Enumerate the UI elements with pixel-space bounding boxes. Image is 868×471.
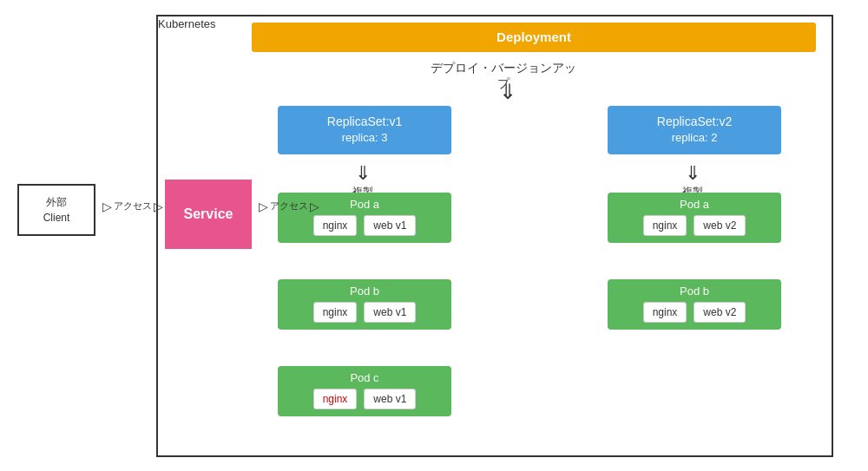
- pod-b-right-containers: nginx web v2: [643, 302, 746, 323]
- access-left-label: アクセス: [114, 200, 152, 213]
- chevron-right-1: ▷: [259, 200, 268, 213]
- pod-a-left-containers: nginx web v1: [313, 215, 417, 236]
- access-left: ▷ アクセス ▷: [102, 200, 163, 213]
- chevron-left-2: ▷: [154, 200, 163, 213]
- external-client-line2: Client: [43, 210, 70, 226]
- replicaset-v1-title: ReplicaSet:v1: [327, 114, 402, 131]
- kubernetes-label: Kubernetes: [158, 17, 216, 30]
- pod-a-right-web: web v2: [694, 215, 746, 236]
- down-arrow-right: ⇓: [682, 162, 703, 185]
- service-box: Service: [165, 180, 252, 249]
- pod-b-right-nginx: nginx: [643, 302, 687, 323]
- chevron-right-2: ▷: [310, 200, 319, 213]
- pod-a-right-containers: nginx web v2: [643, 215, 746, 236]
- chevron-left-1: ▷: [102, 200, 112, 213]
- pod-b-left-label: Pod b: [350, 285, 379, 298]
- pod-b-left-containers: nginx web v1: [313, 302, 417, 323]
- pod-b-left-nginx: nginx: [313, 302, 358, 323]
- access-right: ▷ アクセス ▷: [259, 200, 319, 213]
- pod-c-left-containers: nginx web v1: [313, 389, 417, 409]
- pod-b-left-web: web v1: [364, 302, 416, 323]
- pod-a-left-nginx: nginx: [313, 215, 358, 236]
- down-arrow-left: ⇓: [352, 162, 373, 185]
- replicaset-v2-replica: replica: 2: [672, 130, 718, 146]
- pod-a-right-nginx: nginx: [643, 215, 687, 236]
- diagram-wrapper: Kubernetes Deployment デプロイ・バージョンアップ ⇓ Re…: [17, 10, 851, 461]
- pod-a-right-label: Pod a: [680, 198, 709, 211]
- pod-c-left-label: Pod c: [350, 371, 378, 384]
- deploy-arrow: ⇓: [499, 80, 516, 104]
- pod-c-left-nginx: nginx: [313, 389, 358, 409]
- pod-b-left: Pod b nginx web v1: [278, 279, 451, 330]
- pod-b-right-label: Pod b: [680, 285, 709, 298]
- pod-b-right: Pod b nginx web v2: [608, 279, 781, 330]
- pod-a-left-web: web v1: [364, 215, 416, 236]
- replicaset-v2: ReplicaSet:v2 replica: 2: [608, 106, 781, 154]
- replicaset-v1-replica: replica: 3: [342, 130, 388, 146]
- replicaset-v1: ReplicaSet:v1 replica: 3: [278, 106, 451, 154]
- service-label: Service: [184, 206, 233, 222]
- replicaset-v2-title: ReplicaSet:v2: [657, 114, 732, 131]
- deployment-label: Deployment: [496, 29, 571, 44]
- pod-a-left-label: Pod a: [350, 198, 379, 211]
- external-client-line1: 外部: [46, 194, 67, 210]
- pod-c-left-web: web v1: [364, 389, 416, 409]
- pod-a-right: Pod a nginx web v2: [608, 193, 781, 243]
- pod-b-right-web: web v2: [694, 302, 746, 323]
- deployment-bar: Deployment: [252, 23, 816, 52]
- external-client: 外部 Client: [17, 184, 95, 236]
- access-right-label: アクセス: [270, 200, 308, 213]
- pod-c-left: Pod c nginx web v1: [278, 366, 451, 416]
